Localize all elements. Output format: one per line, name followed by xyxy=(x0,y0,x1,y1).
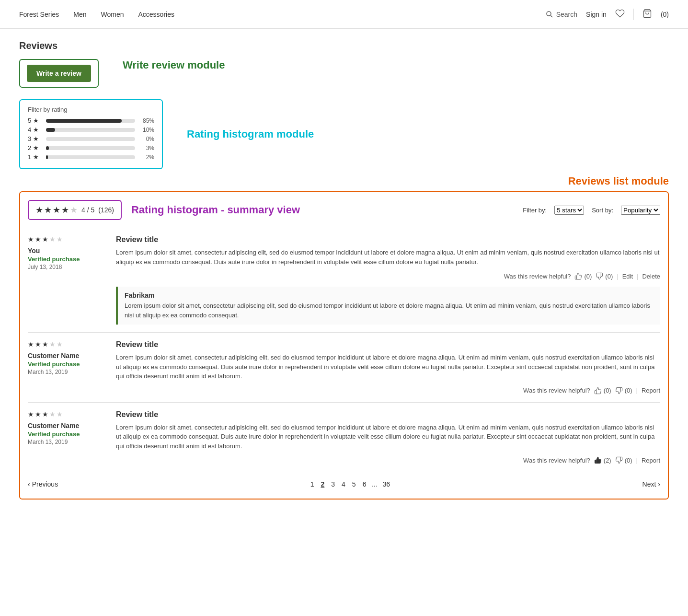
svg-point-0 xyxy=(547,12,551,16)
hist-row-1[interactable]: 1 ★ 2% xyxy=(28,153,154,161)
hist-bar-bg-2 xyxy=(46,146,135,150)
review-card-1: ★★★★★ Customer Name Verified purchase Ma… xyxy=(28,332,660,402)
write-review-module-label: Write review module xyxy=(123,59,225,71)
pagination: ‹ Previous 123456…36 Next › xyxy=(28,472,660,491)
pag-page-5[interactable]: 5 xyxy=(350,479,358,489)
review-card-2: ★★★★★ Customer Name Verified purchase Ma… xyxy=(28,402,660,472)
cart-icon[interactable] xyxy=(642,9,652,20)
review-layout-0: ★★★★★ You Verified purchase July 13, 201… xyxy=(28,235,660,325)
review-actions-0: Was this review helpful? (0) (0) |Edit|D… xyxy=(116,272,660,280)
review-card-0: ★★★★★ You Verified purchase July 13, 201… xyxy=(28,228,660,332)
hist-pct-2: 3% xyxy=(139,145,154,151)
page-title: Reviews xyxy=(19,40,669,51)
nav-men[interactable]: Men xyxy=(73,11,86,18)
hist-stars-1: 1 ★ xyxy=(28,153,42,161)
hist-pct-3: 0% xyxy=(139,136,154,142)
thumbs-up-2[interactable]: (2) xyxy=(594,456,611,464)
hist-row-4[interactable]: 4 ★ 10% xyxy=(28,126,154,133)
nav-accessories[interactable]: Accessories xyxy=(138,11,174,18)
fabrikam-body: Lorem ipsum dolor sit amet, consectetur … xyxy=(125,301,654,320)
thumbs-down-icon xyxy=(596,272,603,280)
cart-count: (0) xyxy=(661,11,669,18)
review-right-2: Review title Lorem ipsum dolor sit amet,… xyxy=(116,410,660,465)
review-title-1: Review title xyxy=(116,340,660,349)
rating-summary-box: ★ ★ ★ ★ ★ 4 / 5 (126) xyxy=(28,200,122,220)
helpful-label: Was this review helpful? xyxy=(523,457,590,464)
write-review-button[interactable]: Write a review xyxy=(27,65,91,82)
nav-right: Search Sign in (0) xyxy=(546,9,669,20)
review-date-1: March 13, 2019 xyxy=(28,369,104,375)
review-count: (126) xyxy=(98,206,114,214)
hist-bar-bg-4 xyxy=(46,128,135,132)
filter-sort-controls: Filter by: 5 stars 4 stars 3 stars 2 sta… xyxy=(523,206,660,215)
review-actions-1: Was this review helpful? (0) (0) |Report xyxy=(116,387,660,395)
reviews-list-box: ★ ★ ★ ★ ★ 4 / 5 (126) Rating histogram -… xyxy=(19,191,669,500)
review-date-2: March 13, 2019 xyxy=(28,439,104,445)
reviewer-name-0: You xyxy=(28,247,104,255)
rating-score: 4 / 5 xyxy=(81,206,94,214)
thumbs-up-icon xyxy=(574,272,582,280)
review-left-0: ★★★★★ You Verified purchase July 13, 201… xyxy=(28,235,104,325)
hist-pct-1: 2% xyxy=(139,154,154,161)
write-review-box: Write a review xyxy=(19,59,99,88)
prev-chevron-icon: ‹ xyxy=(28,480,30,488)
pag-page-4[interactable]: 4 xyxy=(340,479,347,489)
hist-pct-4: 10% xyxy=(139,127,154,133)
pag-page-6[interactable]: 6 xyxy=(361,479,368,489)
review-layout-1: ★★★★★ Customer Name Verified purchase Ma… xyxy=(28,340,660,395)
hist-bar-fill-2 xyxy=(46,146,49,150)
prev-button[interactable]: ‹ Previous xyxy=(28,480,58,488)
hist-bar-bg-5 xyxy=(46,119,135,123)
review-stars: ★★★★★ xyxy=(28,235,104,243)
review-left-1: ★★★★★ Customer Name Verified purchase Ma… xyxy=(28,340,104,395)
sort-select[interactable]: Popularity Newest Oldest xyxy=(621,206,660,215)
action-report-1[interactable]: Report xyxy=(642,387,660,394)
hist-stars-3: 3 ★ xyxy=(28,135,42,142)
nav-forest-series[interactable]: Forest Series xyxy=(19,11,59,18)
search-button[interactable]: Search xyxy=(546,11,577,18)
reviewer-name-1: Customer Name xyxy=(28,352,104,360)
review-body-2: Lorem ipsum dolor sit amet, consectetur … xyxy=(116,423,660,451)
wishlist-icon[interactable] xyxy=(615,9,625,20)
right-labels: Rating histogram module xyxy=(172,99,669,140)
thumbs-down-2[interactable]: (0) xyxy=(615,456,632,464)
thumbs-up-1[interactable]: (0) xyxy=(594,387,611,395)
histogram-box: Filter by rating 5 ★ 85% 4 ★ 10% 3 ★ 0% … xyxy=(19,99,163,169)
action-edit-0[interactable]: Edit xyxy=(622,273,633,280)
hist-bar-fill-1 xyxy=(46,155,48,159)
search-icon xyxy=(546,11,553,18)
review-stars: ★★★★★ xyxy=(28,410,104,418)
review-layout-2: ★★★★★ Customer Name Verified purchase Ma… xyxy=(28,410,660,465)
hist-bar-fill-5 xyxy=(46,119,122,123)
pag-page-2[interactable]: 2 xyxy=(319,479,326,489)
action-report-2[interactable]: Report xyxy=(642,457,660,464)
review-right-0: Review title Lorem ipsum dolor sit amet,… xyxy=(116,235,660,325)
hist-row-5[interactable]: 5 ★ 85% xyxy=(28,117,154,124)
filter-select[interactable]: 5 stars 4 stars 3 stars 2 stars 1 star xyxy=(554,206,584,215)
nav-divider xyxy=(633,9,634,20)
action-delete-0[interactable]: Delete xyxy=(642,273,660,280)
hist-bar-fill-4 xyxy=(46,128,55,132)
nav-women[interactable]: Women xyxy=(101,11,124,18)
thumbs-up-icon xyxy=(594,456,602,464)
thumbs-down-0[interactable]: (0) xyxy=(596,272,613,280)
pag-page-36[interactable]: 36 xyxy=(380,479,392,489)
pag-page-1[interactable]: 1 xyxy=(309,479,316,489)
search-label: Search xyxy=(556,11,577,18)
helpful-label: Was this review helpful? xyxy=(523,387,590,394)
hist-stars-4: 4 ★ xyxy=(28,126,42,133)
next-button[interactable]: Next › xyxy=(642,480,660,488)
hist-row-3[interactable]: 3 ★ 0% xyxy=(28,135,154,142)
signin-link[interactable]: Sign in xyxy=(586,11,607,18)
review-body-1: Lorem ipsum dolor sit amet, consectetur … xyxy=(116,353,660,381)
pag-ellipsis: … xyxy=(371,480,378,488)
sort-label: Sort by: xyxy=(592,207,613,214)
pag-page-3[interactable]: 3 xyxy=(329,479,337,489)
verified-badge-2: Verified purchase xyxy=(28,430,104,438)
review-stars: ★★★★★ xyxy=(28,340,104,348)
thumbs-down-1[interactable]: (0) xyxy=(615,387,632,395)
thumbs-up-0[interactable]: (0) xyxy=(574,272,592,280)
page-numbers: 123456…36 xyxy=(309,479,392,489)
hist-row-2[interactable]: 2 ★ 3% xyxy=(28,144,154,151)
navbar: Forest Series Men Women Accessories Sear… xyxy=(0,0,688,29)
